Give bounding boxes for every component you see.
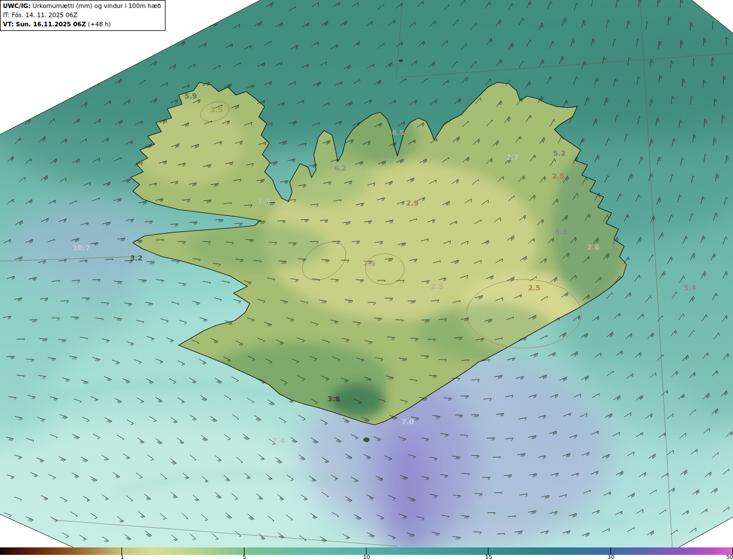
map-title-text: Úrkomumætti (mm) og vindur i 100m hæð <box>30 2 161 9</box>
precip-value-label: 5.4 <box>684 283 696 292</box>
valid-time-label: VT: Sun. 16.11.2025 06Z <box>3 21 86 27</box>
precipitation-colorbar: 1510153050 <box>0 547 733 560</box>
islet <box>399 60 403 62</box>
init-time-line: IT: Fös. 14. 11. 2025 06Z <box>3 11 161 20</box>
precip-value-label: 5.9 <box>184 92 197 100</box>
precip-value-label: 7.4 <box>273 436 285 445</box>
weather-map: 5.93.56.56.22.75.22.52.97.45.32.610.73.2… <box>0 0 733 547</box>
precip-value-label: 2.3 <box>431 282 443 291</box>
precip-value-label: 6.5 <box>392 128 404 137</box>
colorbar-tick-label: 50 <box>726 554 733 560</box>
islet <box>364 438 369 442</box>
colorbar-tick-label: 15 <box>485 554 492 560</box>
precip-value-label: 7.4 <box>258 196 270 205</box>
colorbar-tick-label: 5 <box>243 554 246 560</box>
precip-value-label: 2.5 <box>528 283 541 292</box>
colorbar-labels: 1510153050 <box>0 555 733 560</box>
precip-value-label: 2.9 <box>406 199 419 207</box>
colorbar-tick-label: 30 <box>608 554 614 560</box>
valid-time-line: VT: Sun. 16.11.2025 06Z (+48 h) <box>3 20 161 29</box>
colorbar-tick-label: 1 <box>120 554 124 560</box>
precip-value-label: 10.7 <box>73 243 90 252</box>
weather-map-page: 5.93.56.56.22.75.22.52.97.45.32.610.73.2… <box>0 0 733 560</box>
precip-value-label: 2.7 <box>506 153 519 161</box>
precip-value-label: 2.5 <box>552 172 565 180</box>
precip-value-label: 2.6 <box>587 243 600 251</box>
colorbar-tick-label: 10 <box>363 554 370 560</box>
model-name-label: UWC/IG: <box>3 2 30 9</box>
precip-value-label: 3.8 <box>328 395 340 403</box>
precip-value-label: 7.0 <box>401 417 414 426</box>
precip-value-label: 2.5 <box>363 259 376 267</box>
precip-value-label: 6.2 <box>334 164 346 172</box>
map-title-line: UWC/IG: Úrkomumætti (mm) og vindur i 100… <box>3 2 161 11</box>
forecast-offset-label: (+48 h) <box>86 21 111 27</box>
precip-value-label: 5.3 <box>555 227 568 236</box>
precip-value-label: 3.2 <box>130 254 143 262</box>
map-title-box: UWC/IG: Úrkomumætti (mm) og vindur i 100… <box>0 0 165 31</box>
precip-value-label: 3.5 <box>210 105 223 114</box>
precip-value-label: 5.2 <box>553 149 566 157</box>
